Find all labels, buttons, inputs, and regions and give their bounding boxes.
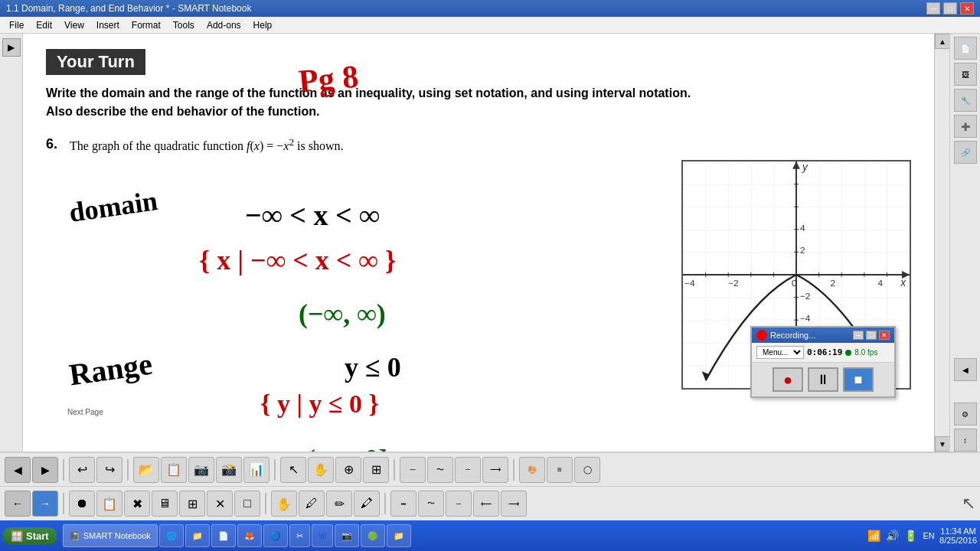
cursor-display: ↖	[962, 494, 975, 514]
taskbar-app3[interactable]: 📁	[387, 524, 411, 547]
line-tool-3[interactable]: ╌	[455, 457, 481, 483]
taskbar-notebook-app[interactable]: 📓 SMART Notebook	[63, 524, 158, 547]
sidebar-properties-btn[interactable]: 🔧	[954, 89, 977, 112]
zoom-button[interactable]: ⊕	[335, 457, 361, 483]
menu-file[interactable]: File	[3, 18, 30, 32]
undo-button[interactable]: ↩	[69, 457, 95, 483]
line-style-3[interactable]: ╌	[446, 491, 472, 517]
menu-insert[interactable]: Insert	[90, 18, 126, 32]
taskbar-firefox[interactable]: 🦊	[237, 524, 262, 547]
recording-maximize[interactable]: □	[866, 331, 877, 340]
taskbar-clock: 11:34 AM 8/25/2016	[939, 527, 977, 545]
screenshot-button[interactable]: 📷	[188, 457, 214, 483]
recording-record-button[interactable]: ●	[773, 367, 803, 392]
record-button[interactable]: ⏺	[69, 491, 95, 517]
pen-tool[interactable]: 🖊	[299, 491, 325, 517]
sidebar-link-btn[interactable]: 🔗	[954, 141, 977, 164]
problem-number: 6.	[46, 136, 57, 152]
menu-format[interactable]: Format	[126, 18, 167, 32]
line-tool-2[interactable]: 〜	[427, 457, 453, 483]
pencil-tool[interactable]: ✏	[326, 491, 352, 517]
sidebar-help-btn[interactable]: ↕	[954, 429, 977, 452]
cursor-tool[interactable]: ✋	[271, 491, 297, 517]
sidebar-settings-btn[interactable]: ⚙	[954, 403, 977, 425]
domain-inequality: −∞ < x < ∞	[245, 198, 380, 232]
instructions-text: Write the domain and the range of the fu…	[46, 84, 697, 121]
prev-page-button[interactable]: ◀	[5, 457, 31, 483]
taskbar-snip[interactable]: ✂	[289, 524, 310, 547]
line-tool-4[interactable]: ⟶	[482, 457, 508, 483]
sidebar-collapse-arrow[interactable]: ▶	[2, 38, 21, 57]
redo-button[interactable]: ↪	[96, 457, 122, 483]
recording-close[interactable]: ✕	[879, 331, 890, 340]
pointer-button[interactable]: ↖	[280, 457, 306, 483]
toolbar-separator-2	[127, 459, 129, 481]
menu-edit[interactable]: Edit	[30, 18, 58, 32]
toolbar-separator-4	[394, 459, 395, 481]
square-button[interactable]: □	[234, 491, 260, 517]
next-page-button[interactable]: ▶	[32, 457, 58, 483]
svg-text:2: 2	[800, 245, 805, 256]
select-button[interactable]: ⊞	[363, 457, 389, 483]
forward-button[interactable]: →	[32, 491, 58, 517]
close-btn-2[interactable]: ✕	[207, 491, 233, 517]
sidebar-pages-btn[interactable]: 📄	[954, 37, 977, 60]
taskbar-adobe[interactable]: 📄	[211, 524, 236, 547]
camera-button[interactable]: 📸	[216, 457, 242, 483]
back-button[interactable]: ←	[5, 491, 31, 517]
insert-button[interactable]: 📊	[243, 457, 270, 483]
problem-text: The graph of the quadratic function f(x)…	[70, 136, 344, 153]
clipboard-button[interactable]: 📋	[96, 491, 122, 517]
shape-button[interactable]: ◯	[574, 457, 600, 483]
minimize-button[interactable]: ─	[926, 2, 940, 15]
recording-pause-button[interactable]: ⏸	[808, 367, 838, 392]
scroll-bar: ▲ ▼	[934, 34, 949, 452]
line-style-2[interactable]: 〜	[418, 491, 444, 517]
recording-title-bar: Recording... ─ □ ✕	[752, 328, 894, 343]
sidebar-arrow-btn[interactable]: ◀	[954, 358, 977, 381]
sidebar-gallery-btn[interactable]: 🖼	[954, 63, 977, 86]
marker-tool[interactable]: 🖍	[354, 491, 380, 517]
maximize-button[interactable]: □	[943, 2, 957, 15]
color-picker[interactable]: 🎨	[519, 457, 545, 483]
taskbar-battery-icon: 🔋	[903, 528, 918, 543]
recording-stop-button[interactable]: ■	[843, 367, 874, 392]
taskbar-word[interactable]: W	[312, 524, 333, 547]
scroll-up[interactable]: ▲	[935, 34, 949, 49]
taskbar-photos[interactable]: 📷	[335, 524, 359, 547]
recording-minimize[interactable]: ─	[853, 331, 864, 340]
menu-help[interactable]: Help	[247, 18, 279, 32]
table-button[interactable]: ⊞	[179, 491, 205, 517]
recording-fps: 8.0 fps	[854, 348, 877, 357]
recording-icon	[756, 330, 767, 341]
sidebar-addons-btn[interactable]: ➕	[954, 115, 977, 138]
menu-button[interactable]: ≡	[547, 457, 573, 483]
taskbar-ie[interactable]: 🌐	[159, 524, 184, 547]
right-sidebar: 📄 🖼 🔧 ➕ 🔗 ◀ ⚙ ↕	[949, 34, 980, 452]
title-bar: 1.1 Domain, Range, and End Behavior * - …	[0, 0, 980, 17]
menu-view[interactable]: View	[58, 18, 90, 32]
taskbar-folder[interactable]: 📁	[185, 524, 210, 547]
taskbar-app1[interactable]: 🔵	[263, 524, 288, 547]
recording-menu-dropdown[interactable]: Menu...	[756, 346, 804, 359]
menu-addons[interactable]: Add-ons	[201, 18, 247, 32]
taskbar-app2[interactable]: 🟢	[361, 524, 385, 547]
svg-text:−4: −4	[800, 313, 811, 324]
start-button[interactable]: 🪟 Start	[3, 527, 57, 545]
screen-button[interactable]: 🖥	[152, 491, 178, 517]
scroll-track[interactable]	[935, 49, 949, 436]
line-tool-1[interactable]: ─	[400, 457, 426, 483]
scroll-down[interactable]: ▼	[935, 436, 949, 452]
close-button[interactable]: ✕	[960, 2, 974, 15]
delete-button[interactable]: ✖	[124, 491, 150, 517]
line-style-4[interactable]: ⟵	[473, 491, 499, 517]
range-handwriting: Range	[67, 346, 154, 393]
paste-button[interactable]: 📋	[161, 457, 187, 483]
line-style-5[interactable]: ⟶	[501, 491, 527, 517]
svg-text:0: 0	[792, 278, 797, 289]
hand-button[interactable]: ✋	[308, 457, 334, 483]
open-button[interactable]: 📂	[133, 457, 159, 483]
menu-tools[interactable]: Tools	[167, 18, 201, 32]
line-style-1[interactable]: ━	[390, 491, 416, 517]
recording-window-controls: ─ □ ✕	[853, 331, 890, 340]
